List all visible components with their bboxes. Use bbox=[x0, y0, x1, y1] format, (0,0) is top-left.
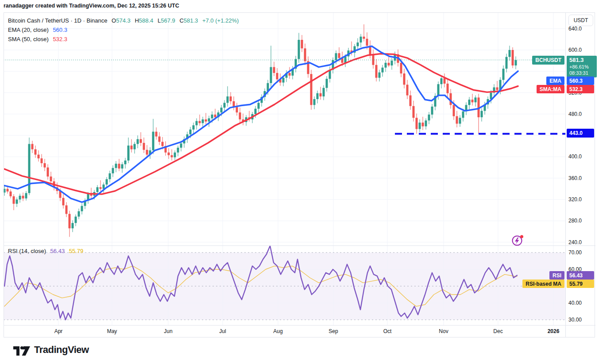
rsi-ma-line-label-badge: RSI-based MA bbox=[522, 280, 564, 288]
lightning-bolt-glyph bbox=[515, 238, 519, 244]
price-tick-label: 240.0 bbox=[568, 239, 582, 245]
notification-dot bbox=[520, 235, 523, 238]
symbol-price-value: 581.3 bbox=[569, 57, 597, 64]
price-tick-label: 640.0 bbox=[568, 26, 582, 32]
time-axis-label: Aug bbox=[273, 328, 282, 334]
time-axis-separator bbox=[4, 325, 595, 326]
symbol-price-badge: 581.3 +86.61% 08:33:31 bbox=[567, 56, 597, 77]
attribution-text: ranadagger created with TradingView.com,… bbox=[4, 3, 179, 9]
price-tick-label: 280.0 bbox=[568, 218, 582, 224]
symbol-title: Bitcoin Cash / TetherUS · 1D · Binance bbox=[8, 17, 107, 24]
price-tick-label: 400.0 bbox=[568, 153, 582, 160]
ohlc-close-value: 581.3 bbox=[184, 17, 198, 24]
time-axis-label: Jul bbox=[219, 328, 226, 334]
ohlc-open-label: O bbox=[112, 17, 116, 24]
rsi-value-badge: 56.43 bbox=[567, 271, 594, 280]
sma-price-badge: 532.3 bbox=[567, 85, 594, 93]
time-axis-label: Sep bbox=[328, 328, 338, 334]
ohlc-open-value: 574.3 bbox=[116, 17, 131, 24]
symbol-countdown: 08:33:31 bbox=[569, 70, 597, 76]
rsi-legend-row[interactable]: RSI (14, close) 56.43 55.79 bbox=[8, 248, 83, 254]
pane-separator[interactable] bbox=[4, 245, 595, 246]
price-tick-label: 480.0 bbox=[568, 111, 582, 117]
ema-line-label-badge: EMA bbox=[546, 77, 564, 85]
ema-legend-label: EMA (20, close) bbox=[8, 27, 49, 33]
ohlc-low-value: 567.9 bbox=[161, 17, 175, 24]
currency-toggle-button[interactable]: USDT bbox=[568, 15, 593, 26]
time-axis-label: Jun bbox=[164, 328, 172, 334]
tradingview-logo-mark bbox=[13, 343, 30, 356]
rsi-legend-label: RSI (14, close) bbox=[8, 248, 46, 254]
rsi-tick-label: 70.00 bbox=[568, 249, 582, 256]
ema-legend-value: 560.3 bbox=[53, 27, 67, 33]
rsi-tick-label: 30.00 bbox=[568, 317, 582, 323]
price-scale-separator[interactable] bbox=[565, 12, 566, 337]
time-axis-label: May bbox=[107, 328, 117, 334]
ohlc-change: +7.0 (+1.22%) bbox=[202, 17, 239, 24]
time-axis-label: Apr bbox=[54, 328, 63, 334]
rsi-tick-label: 40.00 bbox=[568, 300, 582, 306]
price-tick-label: 320.0 bbox=[568, 196, 582, 203]
time-axis-label: 2026 bbox=[548, 328, 560, 334]
rsi-line-label-badge: RSI bbox=[549, 271, 564, 280]
technicals-lightning-icon[interactable] bbox=[510, 234, 525, 249]
rsi-ma-legend-value: 55.79 bbox=[69, 248, 84, 254]
symbol-legend-row[interactable]: Bitcoin Cash / TetherUS · 1D · Binance O… bbox=[8, 16, 239, 25]
ema-legend-row[interactable]: EMA (20, close) 560.3 bbox=[8, 25, 239, 34]
support-level-badge: 443.0 bbox=[567, 129, 594, 138]
chart-canvas[interactable] bbox=[0, 0, 599, 364]
tradingview-logo[interactable]: TradingView bbox=[13, 343, 89, 356]
rsi-legend-value: 56.43 bbox=[50, 248, 65, 254]
chart-legend: Bitcoin Cash / TetherUS · 1D · Binance O… bbox=[8, 16, 239, 44]
ohlc-close-label: C bbox=[179, 17, 183, 24]
symbol-change-pct: +86.61% bbox=[569, 64, 597, 70]
ema-price-badge: 560.3 bbox=[567, 77, 594, 85]
time-axis-label: Oct bbox=[383, 328, 392, 334]
sma-legend-value: 532.3 bbox=[53, 36, 67, 42]
symbol-line-label-badge: BCHUSDT bbox=[532, 56, 564, 65]
ohlc-high-value: 588.4 bbox=[139, 17, 154, 24]
rsi-ma-value-badge: 55.79 bbox=[567, 280, 594, 288]
sma-legend-row[interactable]: SMA (50, close) 532.3 bbox=[8, 34, 239, 44]
ohlc-high-label: H bbox=[135, 17, 139, 24]
time-axis-label: Nov bbox=[439, 328, 448, 334]
tradingview-logo-text: TradingView bbox=[34, 344, 89, 356]
price-tick-label: 600.0 bbox=[568, 47, 582, 53]
sma-legend-label: SMA (50, close) bbox=[8, 36, 49, 42]
sma-line-label-badge: SMA:MA bbox=[537, 85, 564, 93]
price-tick-label: 360.0 bbox=[568, 175, 582, 181]
time-axis-label: Dec bbox=[493, 328, 502, 334]
